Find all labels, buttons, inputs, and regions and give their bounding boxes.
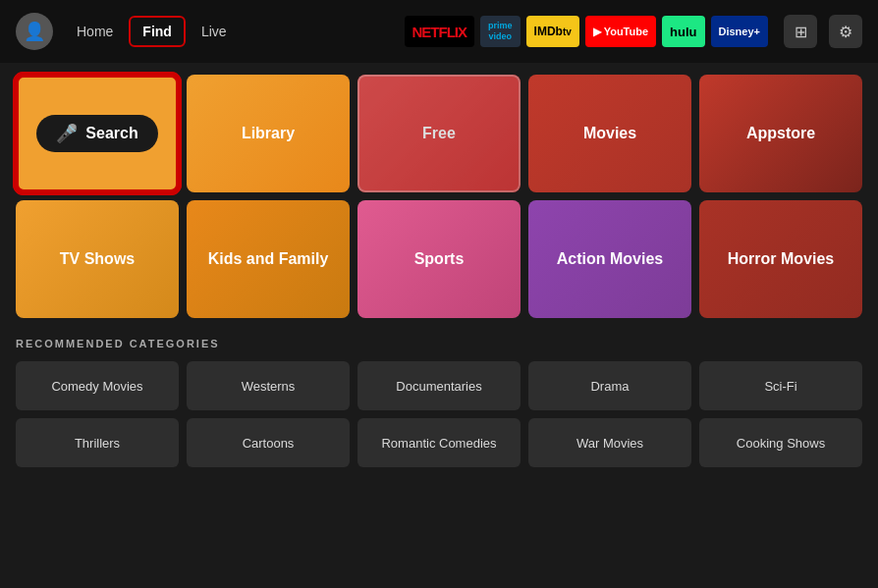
- youtube-badge[interactable]: ▶ YouTube: [585, 16, 656, 47]
- cat-cooking-shows[interactable]: Cooking Shows: [699, 418, 862, 467]
- search-tile[interactable]: 🎤 Search: [16, 75, 179, 192]
- prime-badge[interactable]: primevideo: [480, 16, 521, 47]
- recommended-title: RECOMMENDED CATEGORIES: [16, 338, 862, 349]
- appstore-tile[interactable]: Appstore: [699, 75, 862, 192]
- cat-cartoons[interactable]: Cartoons: [187, 418, 350, 467]
- nav-items: Home Find Live: [65, 16, 239, 47]
- kids-tile[interactable]: Kids and Family: [187, 200, 350, 318]
- cat-documentaries[interactable]: Documentaries: [357, 361, 521, 410]
- sports-tile[interactable]: Sports: [357, 200, 521, 318]
- movies-label: Movies: [583, 125, 636, 142]
- cat-drama[interactable]: Drama: [528, 361, 691, 410]
- recommended-section: RECOMMENDED CATEGORIES Comedy Movies Wes…: [16, 338, 862, 467]
- avatar[interactable]: 👤: [16, 13, 53, 50]
- tvshows-label: TV Shows: [60, 250, 135, 268]
- cat-westerns[interactable]: Westerns: [187, 361, 350, 410]
- tile-grid: 🎤 Search Library Free Movies Appstore TV…: [16, 75, 862, 318]
- cat-thrillers[interactable]: Thrillers: [16, 418, 179, 467]
- appstore-label: Appstore: [746, 125, 815, 142]
- free-tile[interactable]: Free: [357, 75, 521, 192]
- library-label: Library: [242, 125, 295, 142]
- action-tile[interactable]: Action Movies: [528, 200, 691, 318]
- grid-view-button[interactable]: ⊞: [784, 15, 817, 48]
- navbar: 👤 Home Find Live NETFLIX primevideo IMDb…: [0, 0, 878, 63]
- cat-war-movies[interactable]: War Movies: [528, 418, 691, 467]
- nav-live[interactable]: Live: [190, 18, 239, 45]
- movies-tile[interactable]: Movies: [528, 75, 691, 192]
- settings-button[interactable]: ⚙: [829, 15, 862, 48]
- nav-find[interactable]: Find: [129, 16, 186, 47]
- sports-label: Sports: [414, 250, 465, 268]
- search-label: Search: [85, 125, 137, 142]
- categories-grid: Comedy Movies Westerns Documentaries Dra…: [16, 361, 862, 467]
- cat-scifi[interactable]: Sci-Fi: [699, 361, 862, 410]
- imdb-badge[interactable]: IMDbtv: [526, 16, 579, 47]
- tvshows-tile[interactable]: TV Shows: [16, 200, 179, 318]
- kids-label: Kids and Family: [208, 250, 329, 268]
- mic-icon: 🎤: [56, 123, 78, 144]
- main-content: 🎤 Search Library Free Movies Appstore TV…: [0, 63, 878, 475]
- netflix-badge[interactable]: NETFLIX: [405, 16, 475, 47]
- hulu-badge[interactable]: hulu: [662, 16, 704, 47]
- free-label: Free: [422, 125, 456, 142]
- search-inner-button[interactable]: 🎤 Search: [36, 115, 157, 152]
- action-label: Action Movies: [557, 250, 663, 268]
- horror-tile[interactable]: Horror Movies: [699, 200, 862, 318]
- horror-label: Horror Movies: [728, 250, 834, 268]
- cat-romantic-comedies[interactable]: Romantic Comedies: [357, 418, 521, 467]
- nav-home[interactable]: Home: [65, 18, 125, 45]
- cat-comedy-movies[interactable]: Comedy Movies: [16, 361, 179, 410]
- nav-apps: NETFLIX primevideo IMDbtv ▶ YouTube hulu…: [405, 16, 768, 47]
- disney-badge[interactable]: Disney+: [711, 16, 769, 47]
- library-tile[interactable]: Library: [187, 75, 350, 192]
